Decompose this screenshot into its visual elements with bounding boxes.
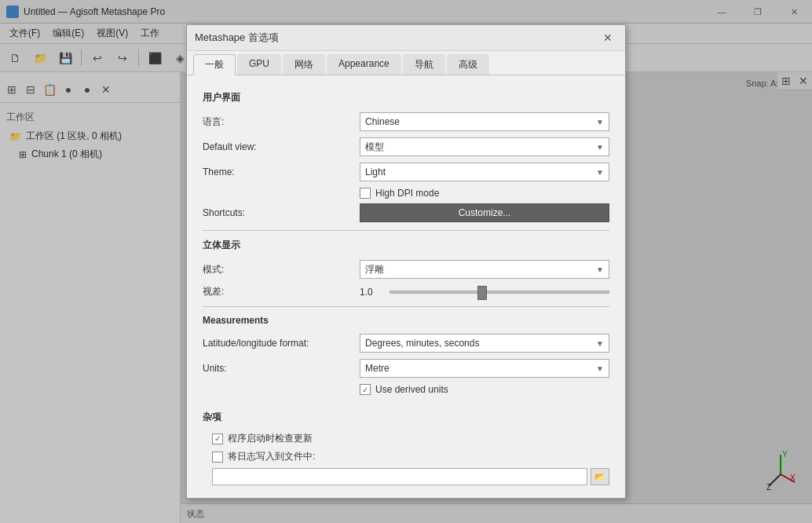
stereo-mode-value: 浮雕	[365, 263, 384, 276]
parallax-value: 1.0	[360, 287, 383, 298]
section-ui-header: 用户界面	[203, 91, 609, 104]
dialog-body: 用户界面 语言: Chinese ▼ Default view:	[187, 75, 625, 498]
parallax-slider-thumb[interactable]	[477, 286, 487, 300]
units-select[interactable]: Metre ▼	[360, 359, 609, 378]
log-file-checkbox[interactable]: 将日志写入到文件中:	[212, 450, 315, 463]
lat-lon-label: Latitude/longitude format:	[203, 338, 360, 349]
parallax-slider-container: 1.0	[360, 287, 609, 298]
tab-advanced[interactable]: 高级	[447, 54, 489, 75]
parallax-row: 视差: 1.0	[203, 285, 609, 298]
lat-lon-row: Latitude/longitude format: Degrees, minu…	[203, 334, 609, 353]
stereo-mode-dropdown-arrow: ▼	[596, 265, 604, 274]
parallax-slider[interactable]	[390, 291, 609, 294]
high-dpi-checkbox[interactable]: High DPI mode	[360, 188, 439, 199]
language-dropdown-arrow: ▼	[596, 118, 604, 126]
section-misc-header: 杂项	[203, 411, 609, 424]
theme-select[interactable]: Light ▼	[360, 163, 609, 181]
tab-gpu[interactable]: GPU	[237, 54, 281, 75]
shortcuts-row: Shortcuts: Customize...	[203, 203, 609, 222]
derived-units-checkbox-box: ✓	[360, 384, 371, 395]
units-dropdown-arrow: ▼	[596, 364, 604, 373]
derived-units-label: Use derived units	[375, 384, 448, 395]
stereo-mode-select[interactable]: 浮雕 ▼	[360, 260, 609, 279]
theme-label: Theme:	[203, 166, 360, 177]
stereo-mode-row: 模式: 浮雕 ▼	[203, 260, 609, 279]
default-view-control: 模型 ▼	[360, 137, 609, 156]
preferences-dialog: Metashape 首选项 ✕ 一般 GPU 网络 Appearance 导航 …	[186, 24, 626, 499]
units-label: Units:	[203, 363, 360, 374]
shortcuts-control: Customize...	[360, 203, 609, 222]
high-dpi-label: High DPI mode	[375, 188, 439, 199]
derived-units-checkbox[interactable]: ✓ Use derived units	[360, 384, 448, 395]
theme-dropdown-arrow: ▼	[596, 168, 604, 177]
tab-appearance[interactable]: Appearance	[327, 54, 401, 75]
lat-lon-value: Degrees, minutes, seconds	[365, 338, 479, 349]
dialog-close-button[interactable]: ✕	[598, 30, 617, 46]
check-updates-row: ✓ 程序启动时检查更新	[203, 432, 609, 445]
log-file-label: 将日志写入到文件中:	[228, 450, 315, 463]
log-file-input[interactable]	[212, 468, 587, 485]
log-file-row: 将日志写入到文件中:	[203, 450, 609, 463]
misc-section: 杂项 ✓ 程序启动时检查更新 将日志写入到文件中:	[203, 411, 609, 485]
language-label: 语言:	[203, 115, 360, 129]
divider-2	[203, 306, 609, 307]
log-file-checkbox-box	[212, 452, 223, 463]
check-updates-checkbox-box: ✓	[212, 433, 223, 444]
tab-network[interactable]: 网络	[283, 54, 325, 75]
default-view-label: Default view:	[203, 141, 360, 152]
high-dpi-row: High DPI mode	[203, 188, 609, 199]
default-view-select[interactable]: 模型 ▼	[360, 137, 609, 156]
units-row: Units: Metre ▼	[203, 359, 609, 378]
default-view-value: 模型	[365, 141, 384, 154]
divider-1	[203, 230, 609, 231]
units-control: Metre ▼	[360, 359, 609, 378]
high-dpi-checkbox-box	[360, 188, 371, 199]
stereo-mode-control: 浮雕 ▼	[360, 260, 609, 279]
customize-button[interactable]: Customize...	[360, 203, 609, 222]
parallax-label: 视差:	[203, 285, 360, 298]
app-window: Untitled — Agisoft Metashape Pro — ❐ ✕ 文…	[0, 0, 812, 523]
tab-bar: 一般 GPU 网络 Appearance 导航 高级	[187, 51, 625, 75]
language-control: Chinese ▼	[360, 112, 609, 131]
dialog-overlay: Metashape 首选项 ✕ 一般 GPU 网络 Appearance 导航 …	[0, 0, 812, 523]
check-updates-label: 程序启动时检查更新	[228, 432, 313, 445]
language-row: 语言: Chinese ▼	[203, 112, 609, 131]
tab-general[interactable]: 一般	[193, 54, 236, 75]
lat-lon-dropdown-arrow: ▼	[596, 339, 604, 348]
stereo-mode-label: 模式:	[203, 263, 360, 276]
default-view-row: Default view: 模型 ▼	[203, 137, 609, 156]
theme-value: Light	[365, 166, 386, 177]
language-select[interactable]: Chinese ▼	[360, 112, 609, 131]
dialog-titlebar: Metashape 首选项 ✕	[187, 25, 625, 51]
section-measurements-header: Measurements	[203, 315, 609, 326]
lat-lon-select[interactable]: Degrees, minutes, seconds ▼	[360, 334, 609, 353]
theme-control: Light ▼	[360, 163, 609, 181]
check-updates-checkbox[interactable]: ✓ 程序启动时检查更新	[212, 432, 313, 445]
lat-lon-control: Degrees, minutes, seconds ▼	[360, 334, 609, 353]
units-value: Metre	[365, 363, 390, 374]
tab-navigation[interactable]: 导航	[403, 54, 445, 75]
parallax-control: 1.0	[360, 287, 609, 298]
log-input-row: 📂	[203, 468, 609, 485]
log-browse-button[interactable]: 📂	[591, 468, 609, 485]
shortcuts-label: Shortcuts:	[203, 207, 360, 218]
default-view-dropdown-arrow: ▼	[596, 143, 604, 152]
derived-units-row: ✓ Use derived units	[203, 384, 609, 395]
section-stereo-header: 立体显示	[203, 239, 609, 252]
theme-row: Theme: Light ▼	[203, 163, 609, 181]
language-value: Chinese	[365, 116, 400, 127]
dialog-title: Metashape 首选项	[195, 31, 279, 45]
